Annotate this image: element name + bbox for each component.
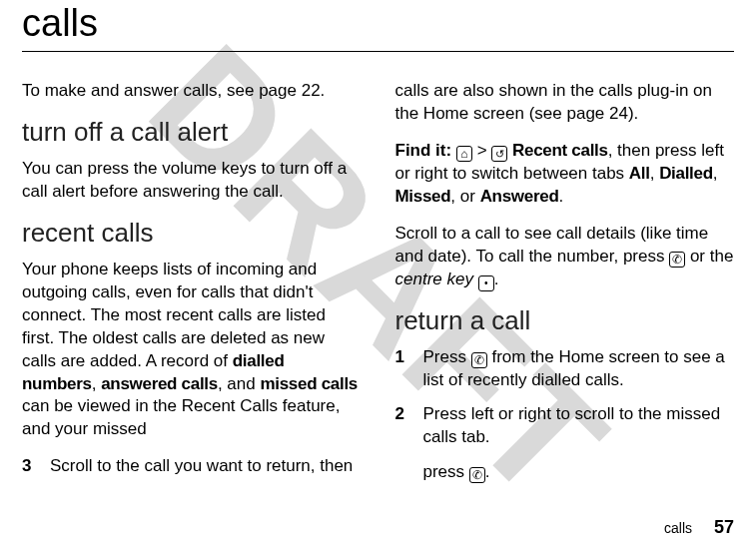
- step-list-left: 3 Scroll to the call you want to return,…: [22, 455, 362, 478]
- tab-dialled: Dialled: [659, 164, 713, 183]
- page-title: calls: [22, 0, 734, 51]
- footer-page-number: 57: [714, 517, 734, 537]
- step-text: Scroll to the call you want to return, t…: [50, 455, 362, 478]
- title-divider: [22, 51, 734, 52]
- step-1: 1 Press from the Home screen to see a li…: [395, 346, 735, 392]
- tab-missed: Missed: [395, 187, 451, 206]
- section-turn-off-alert: turn off a call alert: [22, 117, 362, 148]
- call-key-icon: [669, 252, 685, 268]
- centre-key-icon: [478, 275, 494, 291]
- step-text: Press from the Home screen to see a list…: [423, 346, 735, 392]
- step-2: 2 Press left or right to scroll to the m…: [395, 403, 735, 449]
- find-it-line: Find it: > Recent calls, then press left…: [395, 140, 735, 209]
- step-3: 3 Scroll to the call you want to return,…: [22, 455, 362, 478]
- menu-recent-calls: Recent calls: [512, 141, 608, 160]
- page-footer: calls 57: [664, 517, 734, 538]
- section-return-call: return a call: [395, 305, 735, 336]
- press-line: press .: [423, 461, 735, 484]
- call-key-icon: [469, 467, 485, 483]
- column-left: To make and answer calls, see page 22. t…: [22, 80, 362, 498]
- term-missed-calls: missed calls: [260, 374, 358, 393]
- find-it-label: Find it:: [395, 141, 452, 160]
- step-number: 2: [395, 403, 409, 449]
- tab-answered: Answered: [480, 187, 559, 206]
- tab-all: All: [629, 164, 650, 183]
- centre-key-label: centre key: [395, 270, 473, 288]
- home-icon: [456, 146, 472, 162]
- intro-text: To make and answer calls, see page 22.: [22, 80, 362, 103]
- section-recent-calls: recent calls: [22, 218, 362, 249]
- recent-calls-text: Your phone keeps lists of incoming and o…: [22, 259, 362, 442]
- step-text: Press left or right to scroll to the mis…: [423, 403, 735, 449]
- step-number: 1: [395, 346, 409, 392]
- step-number: 3: [22, 455, 36, 478]
- turn-off-alert-text: You can press the volume keys to turn of…: [22, 158, 362, 204]
- plugin-text: calls are also shown in the calls plug-i…: [395, 80, 735, 126]
- column-right: calls are also shown in the calls plug-i…: [395, 80, 735, 498]
- footer-section-label: calls: [664, 520, 692, 536]
- term-answered-calls: answered calls: [101, 374, 218, 393]
- recent-icon: [491, 146, 507, 162]
- step-list-right: 1 Press from the Home screen to see a li…: [395, 346, 735, 450]
- call-key-icon: [471, 352, 487, 368]
- scroll-call-text: Scroll to a call to see call details (li…: [395, 223, 735, 291]
